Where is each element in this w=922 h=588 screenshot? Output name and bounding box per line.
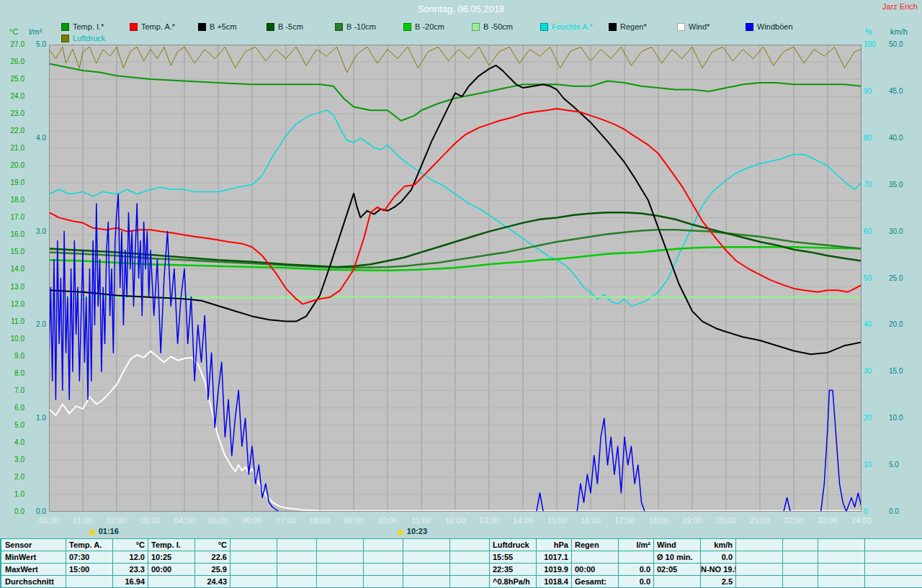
x-axis-label: 19:00 [675,516,710,525]
axis-tick-temp_c: 16.0 [0,230,24,239]
table-group-wind: Windkm/hØ 10 min.0.002:05N-NO 19.52.5 [654,539,735,588]
x-axis-label: 03:00 [133,516,168,525]
table-group-unit [364,539,403,551]
table-group-unit: hPa [537,539,571,551]
windb-en-color-swatch-icon [746,23,753,31]
axis-tick-humidity_pct: 100 [864,40,882,49]
table-cell-value [364,576,403,587]
table-cell-label [230,551,277,563]
axis-tick-temp_c: 7.0 [0,386,24,395]
y-axis-wind-ticks: 50.045.040.035.030.025.020.015.010.05.00… [889,45,919,512]
legend-label: Regen* [620,22,647,31]
legend-item-windb-en[interactable]: Windböen [746,22,814,31]
table-cell-value: 0.0 [619,564,653,575]
table-cell-value: 23.3 [113,564,148,575]
table-row [818,576,922,587]
axis-tick-rain_lm2: 1.0 [26,414,46,422]
table-row: ^0.8hPa/h1018.4 [490,576,571,587]
x-axis-label: 07:00 [269,516,303,525]
table-row [403,576,489,587]
table-cell-value: 25.9 [195,564,230,575]
axis-tick-rain_lm2: 2.0 [26,320,46,329]
x-axis-label: 14:00 [506,516,540,525]
table-row [317,576,403,587]
table-cell-value: N-NO 19.5 [701,564,735,575]
marker-triangle-icon [397,528,404,535]
legend-item-b-50cm[interactable]: B -50cm [472,22,540,31]
table-cell-value [450,551,489,563]
table-cell-value [865,576,922,587]
axis-tick-temp_c: 3.0 [0,456,24,464]
table-cell-value: 12.0 [113,551,148,563]
table-row-header: Durchschnitt [1,576,66,587]
legend-label: B -5cm [278,22,303,31]
axis-tick-temp_c: 2.0 [0,473,24,481]
table-cell-label [736,564,782,575]
table-cell-label [818,564,864,575]
legend-item-temp-i[interactable]: Temp. I.* [61,22,130,31]
legend-item-b-20cm[interactable]: B -20cm [403,22,472,31]
axis-tick-temp_c: 21.0 [0,144,24,153]
table-row: 15:551017.1 [490,551,571,563]
table-group-empty [317,539,403,588]
table-group-header: Temp. A.°C [66,539,148,551]
table-cell-value [364,551,403,563]
legend-label: Feuchte A.* [552,22,593,31]
axis-marker: 01:16 [89,527,119,535]
y-axis-humidity-ticks: 1009080706050403020100 [864,45,882,512]
x-axis-label: 00:00 [32,516,66,525]
axis-tick-temp_c: 20.0 [0,161,24,170]
table-row: Ø 10 min.0.0 [654,551,735,563]
table-cell-label [736,551,782,563]
table-row: 07:3012.0 [66,551,148,563]
legend-item-regen[interactable]: Regen* [609,22,677,31]
table-group-empty [403,539,489,588]
legend-item-wind[interactable]: Wind* [677,22,746,31]
axis-tick-temp_c: 4.0 [0,438,24,447]
axis-tick-temp_c: 13.0 [0,283,24,291]
table-group-name [403,539,449,551]
x-axis-label: 05:00 [201,516,236,525]
table-group-header [818,539,922,551]
x-axis-label: 20:00 [709,516,743,525]
watermark: Jarz Erich [882,2,918,11]
table-group-temp-a: Temp. A.°C07:3012.015:0023.316.94 [66,539,148,588]
legend-item-b-5cm[interactable]: B -5cm [267,22,335,31]
axis-markers: 01:1610:23 [49,527,861,538]
axis-tick-temp_c: 10.0 [0,335,24,343]
legend-item-temp-a[interactable]: Temp. A.* [130,22,198,31]
table-cell-label: 15:00 [66,564,112,575]
axis-tick-wind_kmh: 10.0 [889,414,919,422]
table-row: 16.94 [66,576,148,587]
axis-tick-humidity_pct: 90 [864,87,882,96]
legend-item-feuchte-a[interactable]: Feuchte A.* [540,22,609,31]
table-cell-label [654,576,700,587]
b-20cm-color-swatch-icon [403,23,411,31]
table-group-name [317,539,363,551]
table-cell-value [783,564,818,575]
table-cell-label [818,576,864,587]
table-row [403,551,489,563]
axis-tick-temp_c: 9.0 [0,352,24,361]
legend-item-b-5cm[interactable]: B +5cm [198,22,267,31]
table-row: 02:05N-NO 19.5 [654,564,735,575]
legend-label: Temp. I.* [73,22,104,31]
legend-label: Windböen [757,22,793,31]
table-cell-label [818,551,864,563]
table-row [818,551,922,563]
axis-tick-humidity_pct: 0 [864,507,882,516]
x-axis-label: 11:00 [404,516,439,525]
table-group-temp-i: Temp. I.°C10:2522.600:0025.924.43 [148,539,230,588]
axis-title-wind: km/h [890,27,908,36]
table-group-empty [230,539,316,588]
legend-item-b-10cm[interactable]: B -10cm [335,22,403,31]
table-cell-label: 15:55 [490,551,536,563]
table-row [403,564,489,575]
table-row [230,551,316,563]
axis-tick-temp_c: 22.0 [0,127,24,135]
legend-item-luftdruck[interactable]: Luftdruck [61,34,105,42]
table-group-name [818,539,864,551]
table-cell-label: 22:35 [490,564,536,575]
legend-label: Temp. A.* [141,22,175,31]
b-50cm-color-swatch-icon [472,23,480,31]
